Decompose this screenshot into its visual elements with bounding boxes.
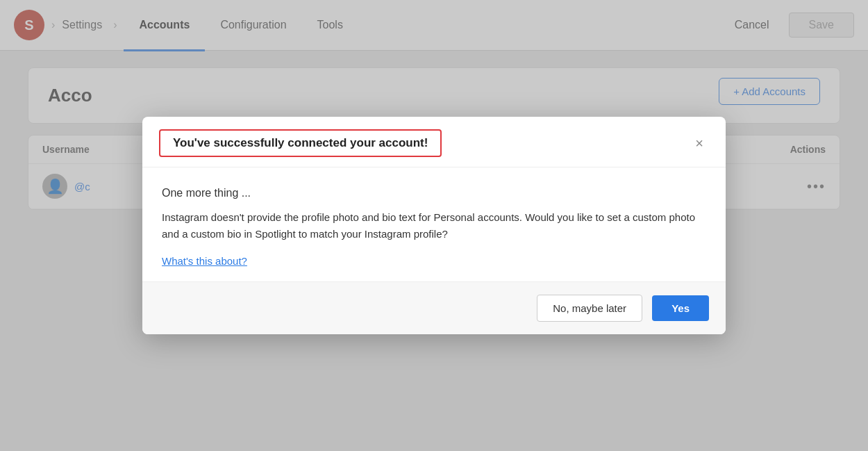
modal-overlay: You've successfully connected your accou… xyxy=(0,0,868,451)
no-maybe-later-button[interactable]: No, maybe later xyxy=(537,295,642,322)
modal-close-button[interactable]: × xyxy=(690,133,709,153)
modal-description: Instagram doesn't provide the profile ph… xyxy=(162,209,706,243)
yes-button[interactable]: Yes xyxy=(652,295,709,321)
modal-title-box: You've successfully connected your accou… xyxy=(159,129,442,157)
modal-footer: No, maybe later Yes xyxy=(142,281,726,334)
modal-body: One more thing ... Instagram doesn't pro… xyxy=(142,167,726,281)
whats-this-link[interactable]: What's this about? xyxy=(162,255,247,267)
modal-header: You've successfully connected your accou… xyxy=(142,117,726,167)
modal-subtitle: One more thing ... xyxy=(162,187,706,199)
modal-dialog: You've successfully connected your accou… xyxy=(142,117,726,334)
modal-title: You've successfully connected your accou… xyxy=(173,136,428,149)
